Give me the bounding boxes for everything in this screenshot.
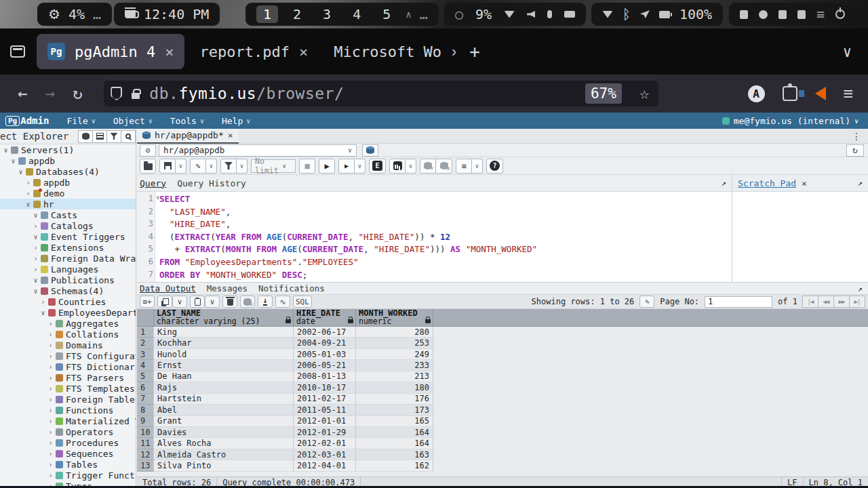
hire-date-cell[interactable]: 2012-01-29 (294, 427, 356, 438)
tree-item-aggregates[interactable]: ›Aggregates (0, 318, 136, 329)
clock-indicator[interactable]: 12:40 PM (114, 3, 220, 26)
sql-editor[interactable]: 1∨234567 SELECT "LAST_NAME", "HIRE_DATE"… (137, 191, 732, 282)
workspace-switcher[interactable]: 1 2 3 4 5 ∧ … (245, 3, 439, 26)
menu-icon[interactable]: ≡ (816, 6, 825, 22)
tab-notifications[interactable]: Notifications (258, 283, 325, 293)
phone-icon[interactable] (740, 10, 748, 19)
hire-date-cell[interactable]: 2012-01-01 (294, 416, 356, 427)
menu-help[interactable]: Help∨ (222, 116, 250, 126)
chevron-right-icon[interactable]: › (24, 179, 33, 186)
new-tab-button[interactable]: + (469, 41, 480, 62)
chevron-right-icon[interactable]: › (46, 407, 55, 414)
explain-dropdown[interactable]: ∨ (406, 159, 416, 174)
last-page-button[interactable]: ▶| (849, 296, 865, 308)
month-worked-cell[interactable]: 163 (356, 449, 433, 460)
expand-output-icon[interactable]: ↗ (858, 284, 863, 293)
row-number-cell[interactable]: 13 (137, 460, 154, 471)
zoom-level-badge[interactable]: 67% (585, 83, 622, 104)
table-row[interactable]: 6Rajs2010-10-17180 (137, 382, 868, 393)
tree-item-operators[interactable]: ›Operators (0, 426, 136, 437)
row-number-cell[interactable]: 8 (137, 405, 154, 415)
chevron-right-icon[interactable]: › (46, 439, 55, 447)
menu-file[interactable]: File∨ (66, 116, 95, 126)
tree-item-fts-configurations[interactable]: ›FTS Configurations (0, 350, 136, 361)
tree-item-domains[interactable]: ›Domains (0, 340, 136, 350)
tab-messages[interactable]: Messages (207, 283, 248, 293)
caret-up-icon[interactable]: ∧ (406, 9, 411, 20)
workspace-2[interactable]: 2 (286, 5, 308, 23)
close-icon[interactable]: × (451, 43, 456, 60)
tree-item-extensions[interactable]: ›Extensions (0, 242, 136, 253)
editor-code[interactable]: SELECT "LAST_NAME", "HIRE_DATE", (EXTRAC… (155, 192, 732, 282)
connection-select[interactable]: hr/app@appdb ∨ (159, 144, 357, 157)
code-line[interactable]: + EXTRACT(MONTH FROM AGE(CURRENT_DATE, "… (159, 244, 732, 257)
chevron-right-icon[interactable]: › (46, 320, 55, 327)
macros-button[interactable]: ≡ (456, 159, 472, 174)
hire-date-cell[interactable]: 2004-09-21 (294, 338, 356, 348)
expand-editor-icon[interactable]: ↗ (722, 178, 726, 188)
first-page-button[interactable]: |◀ (802, 296, 818, 308)
table-row[interactable]: 5De Haan2008-01-13213 (137, 371, 868, 382)
chevron-right-icon[interactable]: › (46, 396, 55, 403)
month-worked-cell[interactable]: 213 (356, 371, 433, 382)
paste-dropdown[interactable]: ∨ (205, 296, 220, 308)
code-line[interactable]: ORDER BY "MONTH_WORKED" DESC; (159, 270, 732, 282)
row-number-cell[interactable]: 3 (137, 349, 154, 360)
table-row[interactable]: 9Grant2012-01-01165 (137, 416, 868, 427)
table-row[interactable]: 7Hartstein2011-02-17176 (137, 394, 868, 405)
url-bar[interactable]: db.fymio.us/browser/ 67% ☆ (104, 81, 658, 106)
month-worked-cell[interactable]: 162 (356, 460, 433, 471)
files-icon[interactable] (778, 10, 787, 19)
chevron-right-icon[interactable]: › (31, 255, 40, 262)
last-name-cell[interactable]: King (154, 327, 294, 338)
month-worked-cell[interactable]: 249 (356, 349, 433, 360)
add-row-button[interactable]: ≡+ (140, 296, 155, 308)
last-name-cell[interactable]: Ernst (154, 360, 294, 371)
close-icon[interactable]: × (228, 130, 233, 140)
bookmark-star-icon[interactable]: ☆ (639, 84, 649, 103)
chevron-right-icon[interactable]: › (46, 374, 55, 382)
edit-range-button[interactable]: ✎ (639, 296, 654, 308)
save-dropdown[interactable]: ∨ (176, 159, 186, 174)
explain-button[interactable]: E (369, 159, 386, 174)
chevron-right-icon[interactable]: › (31, 244, 40, 251)
workspace-1[interactable]: 1 (256, 5, 278, 23)
tree-item-procedures[interactable]: ›Procedures (0, 437, 136, 448)
code-line[interactable]: (EXTRACT(YEAR FROM AGE(CURRENT_DATE, "HI… (159, 232, 732, 245)
row-number-cell[interactable]: 11 (137, 438, 154, 449)
hire-date-cell[interactable]: 2012-04-01 (294, 460, 356, 471)
tree-item-employeesdepartments[interactable]: ∨EmployeesDepartments (0, 307, 136, 318)
url-text[interactable]: db.fymio.us/browser/ (149, 85, 344, 102)
connection-status-button[interactable]: ⊘ (140, 144, 156, 157)
tree-item-casts[interactable]: ∨Casts (0, 209, 136, 220)
filter-dropdown[interactable]: ∨ (237, 159, 248, 174)
tree-item-fts-parsers[interactable]: ›FTS Parsers (0, 372, 136, 383)
quick-settings[interactable]: ≡ (729, 3, 856, 26)
chevron-right-icon[interactable]: › (46, 331, 55, 338)
filter-button[interactable] (106, 130, 121, 143)
delete-row-button[interactable] (222, 296, 237, 308)
workspace-5[interactable]: 5 (376, 5, 397, 23)
reload-button[interactable]: ↻ (73, 84, 82, 103)
row-number-cell[interactable]: 7 (137, 394, 154, 405)
column-header-last-name[interactable]: LAST_NAMEcharacter varying (25) (154, 309, 294, 326)
download-button[interactable]: ↓ (258, 296, 273, 308)
execute-dropdown[interactable]: ∨ (355, 159, 366, 174)
last-name-cell[interactable]: Hunold (154, 349, 294, 360)
tree-item-hr[interactable]: ∨hr (0, 199, 136, 209)
close-icon[interactable]: × (165, 43, 174, 60)
tree-item-publications[interactable]: ∨Publications (0, 274, 136, 285)
kebab-menu-icon[interactable]: ⋮ (852, 131, 861, 142)
commit-button[interactable] (420, 159, 436, 174)
stop-button[interactable]: ■ (299, 159, 315, 174)
search-button[interactable] (121, 130, 136, 143)
month-worked-cell[interactable]: 180 (356, 382, 433, 393)
tab-pgadmin[interactable]: Pg pgAdmin 4 × (37, 34, 184, 69)
tree-item-schemas-4-[interactable]: ∨Schemas(4) (0, 285, 136, 296)
tree-item-fts-templates[interactable]: ›FTS Templates (0, 383, 136, 394)
tree-item-catalogs[interactable]: ›Catalogs (0, 220, 136, 231)
hire-date-cell[interactable]: 2005-01-03 (294, 349, 356, 360)
tree-item-appdb[interactable]: ∨appdb (0, 155, 136, 166)
hire-date-cell[interactable]: 2011-02-17 (294, 394, 356, 405)
refresh-layout-button[interactable]: ↻ (846, 144, 864, 157)
